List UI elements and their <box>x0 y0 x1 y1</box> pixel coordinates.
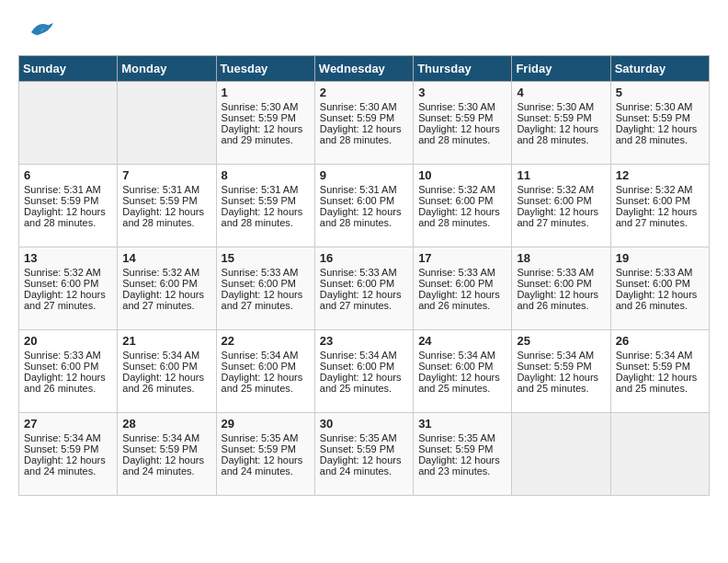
sunset-text: Sunset: 5:59 PM <box>24 195 112 206</box>
weekday-header-tuesday: Tuesday <box>216 56 314 82</box>
calendar-cell: 1Sunrise: 5:30 AMSunset: 5:59 PMDaylight… <box>216 82 314 165</box>
daylight-text: Daylight: 12 hours and 27 minutes. <box>616 206 704 228</box>
sunrise-text: Sunrise: 5:34 AM <box>122 350 210 361</box>
day-number: 5 <box>616 86 704 99</box>
sunrise-text: Sunrise: 5:33 AM <box>517 267 605 278</box>
day-number: 27 <box>24 417 112 431</box>
calendar-cell: 13Sunrise: 5:32 AMSunset: 6:00 PMDayligh… <box>19 247 118 330</box>
daylight-text: Daylight: 12 hours and 24 minutes. <box>320 454 408 477</box>
sunrise-text: Sunrise: 5:33 AM <box>616 267 704 278</box>
calendar-table: SundayMondayTuesdayWednesdayThursdayFrid… <box>18 55 710 496</box>
calendar-cell: 19Sunrise: 5:33 AMSunset: 6:00 PMDayligh… <box>610 247 709 330</box>
calendar-cell: 25Sunrise: 5:34 AMSunset: 5:59 PMDayligh… <box>512 330 610 413</box>
sunset-text: Sunset: 6:00 PM <box>320 361 408 372</box>
calendar-cell: 28Sunrise: 5:34 AMSunset: 5:59 PMDayligh… <box>118 413 216 496</box>
day-number: 26 <box>616 334 704 348</box>
calendar-cell: 5Sunrise: 5:30 AMSunset: 5:59 PMDaylight… <box>610 82 709 165</box>
day-number: 9 <box>320 168 408 182</box>
daylight-text: Daylight: 12 hours and 24 minutes. <box>222 454 310 477</box>
daylight-text: Daylight: 12 hours and 27 minutes. <box>222 289 310 311</box>
calendar-header: SundayMondayTuesdayWednesdayThursdayFrid… <box>19 56 710 82</box>
daylight-text: Daylight: 12 hours and 28 minutes. <box>418 123 506 145</box>
sunset-text: Sunset: 6:00 PM <box>222 361 310 372</box>
calendar-cell: 2Sunrise: 5:30 AMSunset: 5:59 PMDaylight… <box>314 82 413 165</box>
calendar-body: 1Sunrise: 5:30 AMSunset: 5:59 PMDaylight… <box>19 82 710 496</box>
daylight-text: Daylight: 12 hours and 25 minutes. <box>222 372 310 394</box>
day-number: 4 <box>517 86 605 99</box>
daylight-text: Daylight: 12 hours and 25 minutes. <box>517 372 605 394</box>
day-number: 10 <box>418 168 506 182</box>
daylight-text: Daylight: 12 hours and 28 minutes. <box>24 206 112 228</box>
daylight-text: Daylight: 12 hours and 28 minutes. <box>517 123 605 145</box>
day-number: 30 <box>320 417 408 431</box>
calendar-cell: 14Sunrise: 5:32 AMSunset: 6:00 PMDayligh… <box>118 247 216 330</box>
sunset-text: Sunset: 6:00 PM <box>418 361 506 372</box>
sunset-text: Sunset: 5:59 PM <box>222 443 310 454</box>
calendar-cell: 22Sunrise: 5:34 AMSunset: 6:00 PMDayligh… <box>216 330 314 413</box>
calendar-cell: 10Sunrise: 5:32 AMSunset: 6:00 PMDayligh… <box>414 165 512 247</box>
sunset-text: Sunset: 5:59 PM <box>320 443 408 454</box>
day-number: 25 <box>517 334 605 348</box>
daylight-text: Daylight: 12 hours and 27 minutes. <box>517 206 605 228</box>
day-number: 24 <box>418 334 506 348</box>
sunrise-text: Sunrise: 5:35 AM <box>418 432 506 443</box>
calendar-cell: 26Sunrise: 5:34 AMSunset: 5:59 PMDayligh… <box>610 330 709 413</box>
page-header <box>18 18 710 46</box>
day-number: 19 <box>616 251 704 265</box>
calendar-cell: 18Sunrise: 5:33 AMSunset: 6:00 PMDayligh… <box>512 247 610 330</box>
sunset-text: Sunset: 6:00 PM <box>517 278 605 289</box>
sunrise-text: Sunrise: 5:34 AM <box>122 432 210 443</box>
daylight-text: Daylight: 12 hours and 23 minutes. <box>418 454 506 477</box>
daylight-text: Daylight: 12 hours and 28 minutes. <box>616 123 704 145</box>
weekday-header-wednesday: Wednesday <box>314 56 413 82</box>
sunrise-text: Sunrise: 5:32 AM <box>418 184 506 195</box>
sunset-text: Sunset: 6:00 PM <box>517 195 605 206</box>
day-number: 8 <box>222 168 310 182</box>
sunrise-text: Sunrise: 5:32 AM <box>616 184 704 195</box>
daylight-text: Daylight: 12 hours and 29 minutes. <box>222 123 310 145</box>
sunset-text: Sunset: 6:00 PM <box>24 278 112 289</box>
calendar-cell: 24Sunrise: 5:34 AMSunset: 6:00 PMDayligh… <box>414 330 512 413</box>
sunrise-text: Sunrise: 5:33 AM <box>418 267 506 278</box>
sunset-text: Sunset: 5:59 PM <box>222 112 310 123</box>
calendar-cell: 11Sunrise: 5:32 AMSunset: 6:00 PMDayligh… <box>512 165 610 247</box>
day-number: 23 <box>320 334 408 348</box>
day-number: 31 <box>418 417 506 431</box>
day-number: 7 <box>122 168 210 182</box>
sunrise-text: Sunrise: 5:31 AM <box>24 184 112 195</box>
daylight-text: Daylight: 12 hours and 26 minutes. <box>24 372 112 394</box>
calendar-cell: 7Sunrise: 5:31 AMSunset: 5:59 PMDaylight… <box>118 165 216 247</box>
week-row-3: 13Sunrise: 5:32 AMSunset: 6:00 PMDayligh… <box>19 247 710 330</box>
weekday-header-friday: Friday <box>512 56 610 82</box>
calendar-cell: 6Sunrise: 5:31 AMSunset: 5:59 PMDaylight… <box>19 165 118 247</box>
calendar-cell: 23Sunrise: 5:34 AMSunset: 6:00 PMDayligh… <box>314 330 413 413</box>
daylight-text: Daylight: 12 hours and 26 minutes. <box>418 289 506 311</box>
week-row-5: 27Sunrise: 5:34 AMSunset: 5:59 PMDayligh… <box>19 413 710 496</box>
sunrise-text: Sunrise: 5:30 AM <box>222 101 310 112</box>
daylight-text: Daylight: 12 hours and 27 minutes. <box>122 289 210 311</box>
sunset-text: Sunset: 6:00 PM <box>320 278 408 289</box>
sunrise-text: Sunrise: 5:35 AM <box>222 432 310 443</box>
sunset-text: Sunset: 6:00 PM <box>122 361 210 372</box>
daylight-text: Daylight: 12 hours and 25 minutes. <box>320 372 408 394</box>
sunrise-text: Sunrise: 5:34 AM <box>616 350 704 361</box>
calendar-cell: 15Sunrise: 5:33 AMSunset: 6:00 PMDayligh… <box>216 247 314 330</box>
day-number: 1 <box>222 86 310 99</box>
sunset-text: Sunset: 6:00 PM <box>122 278 210 289</box>
week-row-4: 20Sunrise: 5:33 AMSunset: 6:00 PMDayligh… <box>19 330 710 413</box>
day-number: 28 <box>122 417 210 431</box>
day-number: 15 <box>222 251 310 265</box>
sunrise-text: Sunrise: 5:30 AM <box>320 101 408 112</box>
sunrise-text: Sunrise: 5:32 AM <box>517 184 605 195</box>
daylight-text: Daylight: 12 hours and 26 minutes. <box>122 372 210 394</box>
calendar-cell: 29Sunrise: 5:35 AMSunset: 5:59 PMDayligh… <box>216 413 314 496</box>
daylight-text: Daylight: 12 hours and 25 minutes. <box>616 372 704 394</box>
day-number: 2 <box>320 86 408 99</box>
daylight-text: Daylight: 12 hours and 26 minutes. <box>517 289 605 311</box>
day-number: 17 <box>418 251 506 265</box>
weekday-row: SundayMondayTuesdayWednesdayThursdayFrid… <box>19 56 710 82</box>
daylight-text: Daylight: 12 hours and 28 minutes. <box>418 206 506 228</box>
calendar-cell: 17Sunrise: 5:33 AMSunset: 6:00 PMDayligh… <box>414 247 512 330</box>
sunset-text: Sunset: 6:00 PM <box>222 278 310 289</box>
sunset-text: Sunset: 5:59 PM <box>222 195 310 206</box>
